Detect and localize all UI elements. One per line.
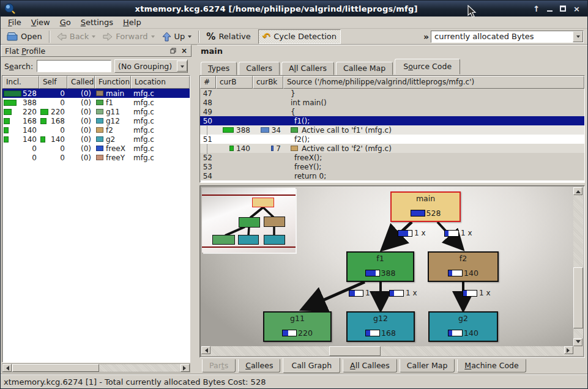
source-line[interactable]: 52 freeX(); <box>200 153 584 162</box>
menu-help[interactable]: Help <box>118 17 146 28</box>
graph-node-f2[interactable]: f2 140 <box>428 251 499 282</box>
relative-button[interactable]: % Relative <box>203 29 254 44</box>
toolbar-overflow-chevron[interactable]: » <box>422 32 431 42</box>
table-row[interactable]: 0 0 (0) freeY mfg.c <box>2 153 190 162</box>
menu-go[interactable]: Go <box>55 17 76 28</box>
scroll-up-icon[interactable] <box>573 187 582 195</box>
source-call-line[interactable]: 140 7 Active call to 'f2' (mfg.c) <box>200 144 584 153</box>
tab-all-callees[interactable]: All Callees <box>343 359 397 372</box>
col-called[interactable]: Called <box>67 76 95 89</box>
scrollbar-thumb[interactable] <box>329 346 381 356</box>
graph-node-main[interactable]: main 528 <box>390 191 461 222</box>
tree-branch-icon <box>207 144 207 154</box>
shade-button[interactable]: ↑ <box>533 5 540 13</box>
menu-settings[interactable]: Settings <box>76 17 118 28</box>
graph-node-g11[interactable]: g11 220 <box>263 311 332 342</box>
forward-button[interactable]: Forward <box>99 29 158 44</box>
combo-dropdown-button[interactable] <box>573 31 583 42</box>
cost-bar <box>365 330 380 336</box>
col-curbk[interactable]: curBk <box>253 76 283 89</box>
call-graph-view[interactable]: main 528 f1 388 f2 140 g11 220 g12 168 <box>199 185 585 358</box>
col-line-number[interactable]: # <box>200 76 216 89</box>
scroll-down-icon[interactable] <box>573 338 582 346</box>
cost-bar <box>448 270 463 276</box>
source-line[interactable]: 51 f2(); <box>200 135 584 144</box>
cost-bar <box>282 330 297 336</box>
tab-all-callers[interactable]: All Callers <box>281 62 334 75</box>
source-line[interactable]: 54 return 0; <box>200 171 584 180</box>
source-line[interactable]: 53 freeY(); <box>200 162 584 171</box>
table-row[interactable]: 528 0 (0) main mfg.c <box>2 89 190 98</box>
detail-tabs: Types Callers All Callers Callee Map Sou… <box>201 59 462 75</box>
source-call-line[interactable]: 388 34 Active call to 'f1' (mfg.c) <box>200 125 584 135</box>
scroll-right-icon[interactable] <box>564 346 573 354</box>
close-button[interactable]: × <box>573 5 580 13</box>
graph-node-f1[interactable]: f1 388 <box>346 251 414 282</box>
grouping-combobox[interactable]: (No Grouping) <box>114 59 188 73</box>
back-dropdown-icon[interactable] <box>92 35 95 40</box>
table-row[interactable]: 140 140 (0) g2 mfg.c <box>2 135 190 144</box>
function-color-swatch <box>291 127 298 133</box>
flat-profile-hscrollbar[interactable] <box>2 363 190 372</box>
event-type-combobox[interactable]: currently allocated Bytes <box>431 31 584 43</box>
tab-parts[interactable]: Parts <box>202 359 236 372</box>
open-button[interactable]: Open <box>3 29 46 44</box>
up-icon <box>162 32 171 42</box>
table-row[interactable]: 0 0 (0) freeX mfg.c <box>2 144 190 153</box>
cycle-icon: ↶ <box>262 31 270 42</box>
tab-caller-map[interactable]: Caller Map <box>400 359 455 372</box>
float-dock-icon[interactable] <box>170 48 176 54</box>
col-incl[interactable]: Incl. <box>2 76 39 89</box>
dock-titlebar[interactable]: Flat Profile × <box>1 45 192 57</box>
tab-types[interactable]: Types <box>201 62 237 75</box>
title-bar[interactable]: xtmemory.kcg.6274 [/home/philippe/valgri… <box>1 1 587 17</box>
col-curb[interactable]: curB <box>216 76 253 89</box>
grouping-dropdown-button[interactable] <box>177 61 187 72</box>
scrollbar-thumb[interactable] <box>573 267 583 328</box>
source-line[interactable]: 47 } <box>200 89 584 98</box>
flat-profile-dock: Flat Profile × Search: (No Grouping) Inc… <box>1 45 192 374</box>
source-line[interactable]: 49 { <box>200 107 584 116</box>
up-button[interactable]: Up <box>158 29 196 44</box>
graph-node-g12[interactable]: g12 168 <box>346 311 415 342</box>
tab-machine-code[interactable]: Machine Code <box>457 359 526 372</box>
graph-hscrollbar[interactable] <box>201 346 573 356</box>
table-row[interactable]: 388 0 (0) f1 mfg.c <box>2 98 190 107</box>
menu-file[interactable]: File <box>3 17 26 28</box>
close-dock-icon[interactable]: × <box>181 46 187 55</box>
scroll-left-icon[interactable] <box>201 346 210 354</box>
menu-view[interactable]: View <box>26 17 55 28</box>
tab-source-code[interactable]: Source Code <box>395 59 460 75</box>
table-row[interactable]: 220 220 (0) g11 mfg.c <box>2 107 190 116</box>
back-button[interactable]: Back <box>53 29 100 44</box>
tab-callee-map[interactable]: Callee Map <box>336 62 393 75</box>
cost-bar <box>365 270 380 276</box>
scroll-right-icon[interactable] <box>180 364 190 372</box>
source-line[interactable]: 48 int main() <box>200 98 584 107</box>
up-dropdown-icon[interactable] <box>188 35 192 40</box>
table-row[interactable]: 168 168 (0) g12 mfg.c <box>2 116 190 125</box>
forward-dropdown-icon[interactable] <box>151 35 155 40</box>
maximize-button[interactable] <box>560 6 566 12</box>
tab-callees[interactable]: Callees <box>238 359 280 372</box>
edge-label-f1-g11: 1 x <box>349 289 377 297</box>
search-input[interactable] <box>37 60 111 72</box>
app-icon <box>4 3 16 15</box>
tab-call-graph[interactable]: Call Graph <box>283 358 340 373</box>
source-line-selected[interactable]: 50 f1(); <box>200 116 584 125</box>
edge-label-f2-g2: 1 x <box>463 289 491 297</box>
scrollbar-thumb[interactable] <box>12 364 99 372</box>
graph-vscrollbar[interactable] <box>573 187 583 346</box>
panel-splitter[interactable] <box>192 45 197 374</box>
col-source[interactable]: Source ('/home/philippe/valgrind/littlep… <box>283 76 584 89</box>
graph-overview-minimap[interactable] <box>202 188 296 253</box>
col-location[interactable]: Location <box>131 76 190 89</box>
graph-node-g2[interactable]: g2 140 <box>428 311 498 342</box>
col-self[interactable]: Self <box>39 76 67 89</box>
cycle-detection-button[interactable]: ↶ Cycle Detection <box>258 29 341 44</box>
minimize-button[interactable] <box>547 10 553 12</box>
col-function[interactable]: Function <box>95 76 131 89</box>
scroll-left-icon[interactable] <box>2 364 12 372</box>
table-row[interactable]: 140 0 (0) f2 mfg.c <box>2 125 190 135</box>
tab-callers[interactable]: Callers <box>239 62 280 75</box>
